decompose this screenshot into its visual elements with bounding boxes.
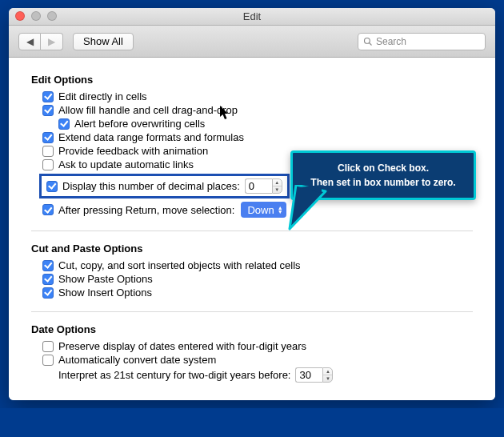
row-cut-copy-sort: Cut, copy, and sort inserted objects wit… [42,259,473,271]
row-show-paste: Show Paste Options [42,273,473,285]
divider [31,311,473,312]
close-icon[interactable] [15,11,25,21]
interpret-century-input[interactable] [295,367,322,383]
search-field[interactable]: Search [358,33,486,50]
label-interpret-century: Interpret as 21st century for two-digit … [58,369,290,381]
forward-button[interactable]: ▶ [41,33,63,50]
label-decimal-places: Display this number of decimal places: [62,180,240,192]
chevron-up-icon[interactable]: ▲ [323,368,332,375]
zoom-icon[interactable] [47,11,57,21]
titlebar: Edit [9,8,495,26]
svg-line-1 [370,42,372,45]
after-return-select[interactable]: Down ▲▼ [241,202,286,218]
row-extend-formats: Extend data range formats and formulas [42,131,473,143]
checkbox-show-paste[interactable] [42,274,54,285]
chevron-up-icon[interactable]: ▲ [273,179,282,186]
divider [31,231,473,231]
svg-point-0 [365,38,370,43]
toolbar: ◀ ▶ Show All Search [9,26,495,58]
highlight-decimal-row: Display this number of decimal places: ▲… [39,174,290,198]
window-title: Edit [243,10,261,22]
show-all-button[interactable]: Show All [73,33,134,50]
decimal-places-stepper: ▲▼ [245,178,282,194]
label-alert-overwrite: Alert before overwriting cells [74,118,205,130]
label-cut-copy-sort: Cut, copy, and sort inserted objects wit… [58,259,301,271]
checkbox-after-return[interactable] [42,204,54,215]
label-after-return: After pressing Return, move selection: [58,204,234,216]
row-auto-convert: Automatically convert date system [42,354,473,366]
search-placeholder: Search [376,36,406,47]
label-show-insert: Show Insert Options [58,287,152,299]
after-return-value: Down [247,204,274,216]
label-extend-formats: Extend data range formats and formulas [58,131,244,143]
label-preserve-display: Preserve display of dates entered with f… [58,340,306,352]
row-after-return: After pressing Return, move selection: D… [42,202,473,218]
row-edit-directly: Edit directly in cells [42,90,473,102]
label-show-paste: Show Paste Options [58,273,153,285]
window-controls [15,11,57,21]
label-edit-directly: Edit directly in cells [58,90,147,102]
row-preserve-display: Preserve display of dates entered with f… [42,340,473,352]
chevron-down-icon[interactable]: ▼ [323,375,332,382]
minimize-icon[interactable] [31,11,41,21]
interpret-stepper-buttons[interactable]: ▲▼ [322,367,333,383]
decimal-places-input[interactable] [245,178,272,194]
interpret-century-stepper: ▲▼ [295,367,333,383]
content-pane: Edit Options Edit directly in cells Allo… [9,58,495,400]
cursor-icon [220,106,231,120]
cutpaste-title: Cut and Paste Options [31,243,473,255]
preferences-window: Edit ◀ ▶ Show All Search Edit Options Ed… [9,8,495,400]
checkbox-cut-copy-sort[interactable] [42,260,54,271]
row-fill-handle: Allow fill handle and cell drag-and-drop [42,104,473,116]
callout-line1: Click on Check box. [299,161,467,175]
row-alert-overwrite: Alert before overwriting cells [58,118,473,130]
callout-tail-icon [282,185,338,233]
decimal-stepper-buttons[interactable]: ▲▼ [272,178,282,194]
row-interpret-century: Interpret as 21st century for two-digit … [58,367,473,383]
chevron-down-icon[interactable]: ▼ [273,186,282,193]
label-auto-convert: Automatically convert date system [58,354,216,366]
checkbox-preserve-display[interactable] [42,341,54,352]
checkbox-auto-convert[interactable] [42,355,54,366]
label-provide-feedback: Provide feedback with animation [58,145,208,157]
nav-segment: ◀ ▶ [18,33,63,50]
label-fill-handle: Allow fill handle and cell drag-and-drop [58,104,238,116]
date-title: Date Options [31,323,473,335]
edit-options-title: Edit Options [31,74,473,86]
checkbox-decimal-places[interactable] [46,181,58,192]
search-icon [363,37,373,46]
checkbox-ask-update-links[interactable] [42,159,54,170]
checkbox-alert-overwrite[interactable] [58,118,70,130]
back-button[interactable]: ◀ [18,33,41,50]
checkbox-extend-formats[interactable] [42,132,54,143]
annotation-callout: Click on Check box. Then set in box numb… [290,150,476,200]
checkbox-edit-directly[interactable] [42,91,54,102]
checkbox-fill-handle[interactable] [42,105,54,116]
row-show-insert: Show Insert Options [42,287,473,299]
checkbox-show-insert[interactable] [42,287,54,299]
checkbox-provide-feedback[interactable] [42,146,54,157]
label-ask-update-links: Ask to update automatic links [58,158,194,170]
